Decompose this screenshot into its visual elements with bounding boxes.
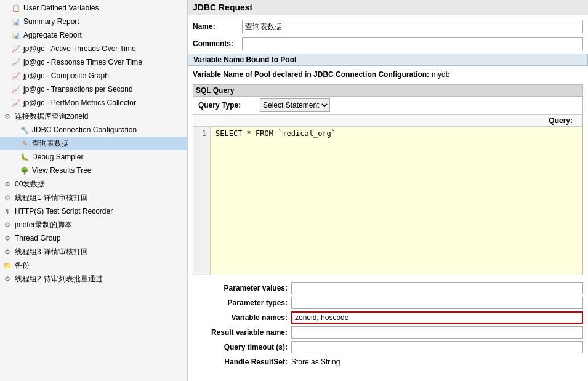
sidebar-label-thread-group-3: 线程组3-详情审核打回 — [15, 246, 88, 257]
sidebar-item-backup[interactable]: 📁备份 — [0, 259, 187, 272]
sidebar-label-00-send: 00发数据 — [15, 178, 45, 190]
sql-section-header: SQL Query — [193, 85, 582, 97]
variable-names-label: Variable names: — [193, 313, 291, 322]
panel-title: JDBC Request — [188, 0, 588, 15]
sidebar-item-jp-composite-graph[interactable]: 📈jp@gc - Composite Graph — [0, 69, 187, 82]
sidebar-icon-jp-response-times: 📈 — [11, 57, 21, 67]
sidebar-icon-jmeter-script: ⚙ — [2, 220, 12, 230]
sidebar-item-jmeter-script[interactable]: ⚙jmeter录制的脚本 — [0, 218, 187, 231]
sidebar-label-debug-sampler: Debug Sampler — [32, 151, 83, 162]
sidebar-icon-thread-group-3: ⚙ — [2, 247, 12, 257]
sidebar-label-thread-group-1: 线程组1-详情审核打回 — [15, 192, 88, 203]
sidebar-label-jp-transactions: jp@gc - Transactions per Second — [23, 84, 133, 95]
variable-names-input[interactable] — [291, 311, 583, 324]
sidebar-label-thread-group: Thread Group — [15, 233, 61, 244]
sidebar-item-thread-group-2[interactable]: ⚙线程组2-待审列表批量通过 — [0, 272, 187, 286]
handle-resultset-row: Handle ResultSet: Store as String — [188, 355, 588, 369]
sidebar-item-thread-group-1[interactable]: ⚙线程组1-详情审核打回 — [0, 191, 187, 204]
sidebar-icon-backup: 📁 — [2, 260, 12, 270]
sidebar-icon-http-test-script: 🎙 — [2, 206, 12, 216]
sidebar-icon-thread-group: ⚙ — [2, 233, 12, 243]
sidebar-item-jp-perfmon[interactable]: 📈jp@gc - PerfMon Metrics Collector — [0, 96, 187, 110]
sidebar-item-jdbc-connection-config[interactable]: 🔧JDBC Connection Configuration — [0, 123, 187, 137]
sidebar-label-http-test-script: HTTP(S) Test Script Recorder — [15, 206, 113, 217]
query-area: Query: 1 SELECT * FROM `medical_org` — [193, 114, 582, 275]
handle-resultset-value: Store as String — [291, 358, 340, 366]
sidebar-icon-query-table: ✎ — [20, 138, 30, 148]
param-types-row: Parameter types: — [188, 295, 588, 310]
pool-row: Variable Name of Pool declared in JDBC C… — [188, 67, 588, 82]
sidebar-icon-jp-transactions: 📈 — [11, 84, 21, 94]
sidebar-label-jp-perfmon: jp@gc - PerfMon Metrics Collector — [23, 97, 136, 108]
pool-value: mydb — [432, 70, 449, 79]
sidebar-label-jmeter-script: jmeter录制的脚本 — [15, 219, 72, 230]
main-panel: JDBC Request Name: Comments: Variable Na… — [188, 0, 588, 381]
result-variable-input[interactable] — [291, 326, 583, 339]
sidebar-icon-00-send: ⚙ — [2, 179, 12, 189]
sidebar-label-view-results-tree: View Results Tree — [32, 165, 92, 176]
pool-label: Variable Name of Pool declared in JDBC C… — [193, 70, 429, 79]
sidebar-item-user-defined-vars[interactable]: 📋User Defined Variables — [0, 1, 187, 15]
sidebar-item-summary-report[interactable]: 📊Summary Report — [0, 15, 187, 28]
sql-query-section: SQL Query Query Type: Select Statement Q… — [193, 84, 583, 275]
comments-label: Comments: — [193, 39, 242, 48]
sidebar-label-jdbc-query-group: 连接数据库查询zoneid — [15, 111, 88, 122]
result-variable-row: Result variable name: — [188, 325, 588, 340]
query-code[interactable]: SELECT * FROM `medical_org` — [211, 127, 582, 275]
sidebar-item-jp-response-times[interactable]: 📈jp@gc - Response Times Over Time — [0, 55, 187, 69]
param-values-row: Parameter values: — [188, 281, 588, 295]
comments-input[interactable] — [242, 37, 583, 50]
sidebar-item-jp-transactions[interactable]: 📈jp@gc - Transactions per Second — [0, 82, 187, 96]
param-values-input[interactable] — [291, 282, 583, 294]
sidebar-icon-debug-sampler: 🐛 — [20, 152, 30, 162]
sidebar-item-jdbc-query-group[interactable]: ⚙连接数据库查询zoneid — [0, 110, 187, 123]
sidebar-icon-thread-group-2: ⚙ — [2, 274, 12, 284]
name-input[interactable] — [242, 20, 583, 33]
sidebar-item-jp-active-threads[interactable]: 📈jp@gc - Active Threads Over Time — [0, 42, 187, 55]
param-types-label: Parameter types: — [193, 299, 291, 307]
sidebar-item-debug-sampler[interactable]: 🐛Debug Sampler — [0, 150, 187, 164]
name-label: Name: — [193, 22, 242, 31]
sidebar: 📋User Defined Variables📊Summary Report📊A… — [0, 0, 188, 381]
line-numbers: 1 — [193, 127, 211, 275]
sidebar-icon-thread-group-1: ⚙ — [2, 193, 12, 203]
params-section: Parameter values: Parameter types: Varia… — [188, 278, 588, 372]
sidebar-icon-aggregate-report: 📊 — [11, 30, 21, 40]
name-row: Name: — [188, 18, 588, 35]
query-code-text: SELECT * FROM `medical_org` — [215, 129, 336, 138]
query-type-select[interactable]: Select Statement — [260, 98, 330, 112]
query-type-label: Query Type: — [198, 101, 260, 110]
variable-name-section-header: Variable Name Bound to Pool — [188, 54, 588, 66]
sidebar-item-http-test-script[interactable]: 🎙HTTP(S) Test Script Recorder — [0, 204, 187, 218]
comments-row: Comments: — [188, 35, 588, 52]
sidebar-label-summary-report: Summary Report — [23, 16, 79, 27]
sidebar-label-thread-group-2: 线程组2-待审列表批量通过 — [15, 273, 103, 284]
sidebar-icon-jp-composite-graph: 📈 — [11, 71, 21, 81]
sidebar-item-00-send[interactable]: ⚙00发数据 — [0, 177, 187, 191]
sidebar-item-view-results-tree[interactable]: 🌳View Results Tree — [0, 164, 187, 177]
query-timeout-label: Query timeout (s): — [193, 343, 291, 351]
form-content: Name: Comments: Variable Name Bound to P… — [188, 15, 588, 381]
query-timeout-row: Query timeout (s): — [188, 340, 588, 355]
param-types-input[interactable] — [291, 297, 583, 309]
sidebar-item-query-table[interactable]: ✎查询表数据 — [0, 137, 187, 150]
sidebar-icon-jp-perfmon: 📈 — [11, 98, 21, 108]
result-variable-label: Result variable name: — [193, 328, 291, 337]
sidebar-item-thread-group-3[interactable]: ⚙线程组3-详情审核打回 — [0, 245, 187, 259]
sidebar-label-jp-response-times: jp@gc - Response Times Over Time — [23, 57, 142, 68]
sidebar-item-thread-group[interactable]: ⚙Thread Group — [0, 231, 187, 245]
query-header: Query: — [193, 115, 582, 127]
sidebar-icon-user-defined-vars: 📋 — [11, 3, 21, 13]
sidebar-label-jp-composite-graph: jp@gc - Composite Graph — [23, 70, 109, 81]
sidebar-label-query-table: 查询表数据 — [32, 138, 69, 149]
handle-resultset-label: Handle ResultSet: — [193, 358, 291, 366]
variable-names-row: Variable names: — [188, 310, 588, 325]
param-values-label: Parameter values: — [193, 284, 291, 292]
sidebar-item-aggregate-report[interactable]: 📊Aggregate Report — [0, 28, 187, 42]
sidebar-label-jp-active-threads: jp@gc - Active Threads Over Time — [23, 43, 136, 54]
sidebar-icon-view-results-tree: 🌳 — [20, 166, 30, 175]
query-type-row: Query Type: Select Statement — [193, 97, 582, 114]
sidebar-label-user-defined-vars: User Defined Variables — [23, 2, 99, 14]
query-timeout-input[interactable] — [291, 341, 583, 353]
sidebar-label-aggregate-report: Aggregate Report — [23, 30, 82, 41]
